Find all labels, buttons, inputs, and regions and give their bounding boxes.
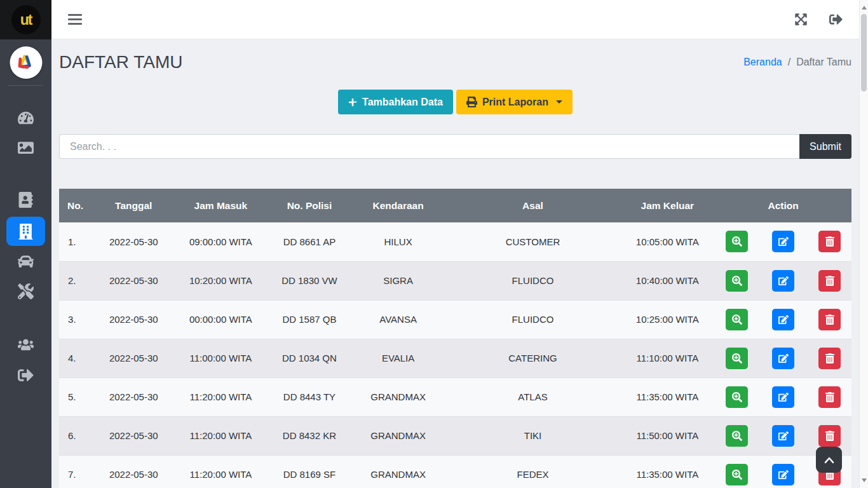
column-header: Jam Keluar bbox=[620, 189, 715, 222]
sidebar-item-tools[interactable] bbox=[0, 281, 51, 301]
guest-table: No.TanggalJam MasukNo. PolisiKendaraanAs… bbox=[59, 189, 851, 488]
cell-no: 1. bbox=[59, 222, 94, 261]
plus-icon bbox=[348, 98, 357, 107]
edit-icon bbox=[778, 276, 789, 286]
fullscreen-icon[interactable] bbox=[794, 13, 808, 26]
ut-logo: ut bbox=[11, 5, 41, 34]
row-actions bbox=[715, 348, 851, 369]
delete-button[interactable] bbox=[818, 386, 841, 408]
print-report-button[interactable]: Print Laporan bbox=[456, 90, 573, 114]
column-header: No. bbox=[59, 189, 94, 222]
edit-icon bbox=[778, 353, 789, 363]
cell-jam_keluar: 10:05:00 WITA bbox=[620, 222, 715, 261]
cell-kendaraan: GRANDMAX bbox=[351, 416, 446, 455]
main-content: DAFTAR TAMU Beranda / Daftar Tamu Tambah… bbox=[51, 39, 859, 488]
search-submit-button[interactable]: Submit bbox=[799, 134, 851, 159]
edit-button[interactable] bbox=[772, 425, 794, 447]
cell-no: 6. bbox=[59, 416, 94, 455]
sidebar-item-vehicles[interactable] bbox=[0, 252, 51, 271]
cell-jam_keluar: 11:35:00 WITA bbox=[620, 377, 715, 416]
table-row: 1.2022-05-3009:00:00 WITADD 8661 APHILUX… bbox=[59, 222, 851, 261]
scroll-to-top-button[interactable] bbox=[816, 447, 842, 473]
sidebar-item-daftar-tamu[interactable] bbox=[0, 217, 51, 246]
edit-button[interactable] bbox=[772, 270, 794, 292]
add-data-button[interactable]: Tambahkan Data bbox=[338, 90, 453, 114]
cell-jam_masuk: 09:00:00 WITA bbox=[173, 222, 269, 261]
ut-logo-text: ut bbox=[20, 11, 32, 29]
sidebar-item-gallery[interactable] bbox=[0, 138, 51, 157]
breadcrumb-current: Daftar Tamu bbox=[796, 57, 851, 68]
trash-icon bbox=[825, 236, 835, 247]
table-row: 5.2022-05-3011:20:00 WITADD 8443 TYGRAND… bbox=[59, 377, 851, 416]
view-detail-button[interactable] bbox=[726, 464, 748, 485]
table-row: 6.2022-05-3011:20:00 WITADD 8432 KRGRAND… bbox=[59, 416, 851, 455]
delete-button[interactable] bbox=[818, 270, 841, 292]
view-detail-button[interactable] bbox=[726, 348, 748, 369]
cell-asal: FLUIDCO bbox=[445, 261, 620, 300]
sidebar-divider bbox=[8, 85, 43, 86]
delete-button[interactable] bbox=[818, 348, 841, 369]
cell-no_polisi: DD 1587 QB bbox=[268, 300, 351, 339]
add-data-label: Tambahkan Data bbox=[362, 97, 443, 108]
scrollbar-up-arrow[interactable] bbox=[862, 6, 867, 10]
edit-button[interactable] bbox=[772, 386, 794, 408]
delete-button[interactable] bbox=[818, 425, 841, 447]
edit-button[interactable] bbox=[772, 348, 794, 369]
cell-no: 2. bbox=[59, 261, 94, 300]
edit-button[interactable] bbox=[772, 464, 794, 485]
cell-asal: CATERING bbox=[445, 339, 620, 377]
sidebar-item-log-book[interactable] bbox=[0, 190, 51, 209]
view-detail-button[interactable] bbox=[726, 386, 748, 408]
trash-icon bbox=[825, 392, 835, 402]
sidebar-item-users[interactable] bbox=[0, 335, 51, 354]
edit-icon bbox=[778, 431, 789, 441]
cell-tanggal: 2022-05-30 bbox=[94, 222, 173, 261]
cell-kendaraan: EVALIA bbox=[351, 339, 446, 377]
cell-tanggal: 2022-05-30 bbox=[94, 377, 173, 416]
breadcrumb-home-link[interactable]: Beranda bbox=[743, 57, 782, 68]
column-header: Jam Masuk bbox=[173, 189, 269, 222]
view-detail-button[interactable] bbox=[726, 270, 748, 292]
scrollbar-down-arrow[interactable] bbox=[862, 478, 867, 482]
column-header: Kendaraan bbox=[351, 189, 446, 222]
brand-logo[interactable] bbox=[10, 46, 42, 79]
cell-no_polisi: DD 8432 KR bbox=[268, 416, 351, 455]
menu-toggle-button[interactable] bbox=[68, 11, 82, 27]
scrollbar-thumb[interactable] bbox=[861, 14, 867, 92]
breadcrumb: Beranda / Daftar Tamu bbox=[743, 57, 851, 68]
cell-no_polisi: DD 8169 SF bbox=[268, 455, 351, 488]
sign-out-icon[interactable] bbox=[829, 13, 843, 26]
search-plus-icon bbox=[732, 470, 742, 480]
delete-button[interactable] bbox=[818, 309, 841, 330]
book-icon bbox=[18, 192, 34, 208]
cell-asal: FLUIDCO bbox=[445, 300, 620, 339]
search-plus-icon bbox=[732, 276, 742, 286]
cell-kendaraan: GRANDMAX bbox=[351, 377, 446, 416]
edit-button[interactable] bbox=[772, 309, 794, 330]
page-title: DAFTAR TAMU bbox=[59, 52, 182, 72]
search-input[interactable] bbox=[59, 134, 799, 159]
cell-asal: ATLAS bbox=[445, 377, 620, 416]
cell-tanggal: 2022-05-30 bbox=[94, 339, 173, 377]
column-header: Action bbox=[715, 189, 851, 222]
sign-out-icon bbox=[18, 367, 34, 383]
print-icon bbox=[466, 97, 477, 107]
active-item-highlight bbox=[6, 217, 45, 246]
brand-triangle-icon bbox=[14, 51, 38, 75]
view-detail-button[interactable] bbox=[726, 425, 748, 447]
browser-scrollbar[interactable] bbox=[859, 0, 868, 488]
trash-icon bbox=[825, 315, 835, 325]
view-detail-button[interactable] bbox=[726, 309, 748, 330]
edit-button[interactable] bbox=[772, 231, 794, 252]
sidebar-item-dashboard[interactable] bbox=[0, 108, 51, 127]
view-detail-button[interactable] bbox=[726, 231, 748, 252]
cell-jam_masuk: 11:20:00 WITA bbox=[173, 455, 269, 488]
search-plus-icon bbox=[732, 236, 742, 247]
table-row: 4.2022-05-3011:00:00 WITADD 1034 QNEVALI… bbox=[59, 339, 851, 377]
cell-no_polisi: DD 8443 TY bbox=[268, 377, 351, 416]
delete-button[interactable] bbox=[818, 231, 841, 252]
cell-action bbox=[715, 261, 851, 300]
cell-jam_masuk: 10:20:00 WITA bbox=[173, 261, 269, 300]
sidebar-item-logout[interactable] bbox=[0, 365, 51, 384]
image-icon bbox=[18, 140, 34, 156]
